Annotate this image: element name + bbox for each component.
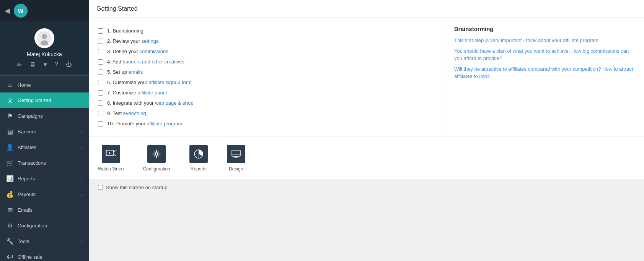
reports-icon: 📊 bbox=[6, 175, 14, 182]
sidebar-item-configuration[interactable]: ⚙ Configuration bbox=[0, 218, 89, 233]
checklist-checkbox-10[interactable] bbox=[98, 121, 103, 126]
svg-point-12 bbox=[155, 153, 158, 155]
promote-link[interactable]: affiliate program bbox=[147, 121, 182, 126]
sidebar-item-home[interactable]: ⌂ Home bbox=[0, 77, 89, 92]
main-content-area: Getting Started 1. Brainstorming 2. Revi… bbox=[89, 0, 644, 261]
checklist-text-8: 8. Integrate with your web page & shop bbox=[107, 100, 193, 106]
config-shortcut-icon bbox=[147, 145, 166, 163]
chevron-right-icon: › bbox=[81, 177, 83, 181]
reports-label: Reports bbox=[191, 166, 207, 172]
payouts-icon: 💰 bbox=[6, 191, 14, 198]
help-icon[interactable]: ? bbox=[55, 61, 58, 68]
sidebar-nav: ⌂ Home ◎ Getting Started ⚑ Campaigns › ▤… bbox=[0, 77, 89, 261]
tools-icon: 🔧 bbox=[6, 238, 14, 245]
sidebar-divider bbox=[0, 75, 89, 76]
checklist-item-10: 10. Promote your affiliate program bbox=[98, 118, 435, 129]
checklist-checkbox-5[interactable] bbox=[98, 70, 103, 75]
chevron-right-icon: › bbox=[81, 145, 83, 150]
design-shortcut-icon bbox=[227, 145, 245, 163]
video-icon bbox=[102, 145, 120, 163]
checklist-text-9: 9. Test everything bbox=[107, 110, 146, 116]
getting-started-icon: ◎ bbox=[6, 97, 14, 104]
sidebar-item-getting-started[interactable]: ◎ Getting Started bbox=[0, 92, 89, 108]
checklist-item-4: 4. Add banners and other creatives bbox=[98, 57, 435, 67]
checklist-checkbox-1[interactable] bbox=[98, 28, 103, 34]
sidebar-item-label: Reports bbox=[18, 176, 77, 182]
checklist-checkbox-3[interactable] bbox=[98, 49, 103, 54]
checklist-item-9: 9. Test everything bbox=[98, 108, 435, 118]
sidebar-item-affiliates[interactable]: 👤 Affiliates › bbox=[0, 139, 89, 155]
startup-label[interactable]: Show this screen on startup bbox=[106, 185, 167, 190]
banners-link[interactable]: banners and other creatives bbox=[122, 59, 184, 65]
checklist-panel: 1. Brainstorming 2. Review your settings… bbox=[89, 18, 644, 136]
sidebar-item-label: Affiliates bbox=[18, 144, 77, 150]
page-title: Getting Started bbox=[89, 0, 644, 18]
sidebar-top-bar: ◀ w bbox=[0, 0, 89, 21]
sidebar-item-label: Configuration bbox=[18, 223, 83, 229]
startup-row: Show this screen on startup bbox=[89, 179, 644, 196]
checklist-text-4: 4. Add banners and other creatives bbox=[107, 59, 184, 65]
checklist-item-3: 3. Define your commissions bbox=[98, 46, 435, 57]
shortcut-watch-video[interactable]: Watch Video bbox=[98, 145, 124, 172]
startup-checkbox[interactable] bbox=[98, 185, 103, 190]
chevron-right-icon: › bbox=[81, 130, 83, 134]
commissions-link[interactable]: commissions bbox=[140, 49, 168, 54]
home-icon: ⌂ bbox=[6, 81, 14, 88]
svg-line-10 bbox=[114, 154, 116, 156]
sidebar-item-tools[interactable]: 🔧 Tools › bbox=[0, 233, 89, 249]
edit-icon[interactable]: ✏ bbox=[17, 61, 22, 68]
sidebar-item-label: Getting Started bbox=[18, 97, 83, 103]
checklist-item-2: 2. Review your settings bbox=[98, 36, 435, 46]
sidebar-item-label: Tools bbox=[18, 238, 77, 244]
campaigns-icon: ⚑ bbox=[6, 112, 14, 120]
checklist-checkbox-2[interactable] bbox=[98, 39, 103, 44]
checklist-text-3: 3. Define your commissions bbox=[107, 49, 168, 54]
shortcut-configuration[interactable]: Configuration bbox=[143, 145, 170, 172]
sidebar-item-emails[interactable]: ✉ Emails › bbox=[0, 202, 89, 218]
sidebar-item-campaigns[interactable]: ⚑ Campaigns › bbox=[0, 108, 89, 124]
reports-shortcut-icon bbox=[189, 145, 208, 163]
sidebar-item-payouts[interactable]: 💰 Payouts › bbox=[0, 186, 89, 202]
emails-link[interactable]: emails bbox=[129, 69, 143, 75]
chevron-right-icon: › bbox=[81, 114, 83, 118]
checklist-checkbox-8[interactable] bbox=[98, 101, 103, 106]
settings-link[interactable]: settings bbox=[142, 38, 159, 44]
username-label: Matej Kukucka bbox=[27, 51, 62, 57]
sidebar-item-label: Payouts bbox=[18, 191, 77, 197]
power-icon[interactable]: ⏻ bbox=[66, 61, 72, 68]
svg-marker-8 bbox=[109, 152, 111, 154]
checklist-checkbox-6[interactable] bbox=[98, 80, 103, 85]
checklist-checkbox-4[interactable] bbox=[98, 59, 103, 65]
chevron-right-icon: › bbox=[81, 208, 83, 212]
sidebar-user-section: Matej Kukucka ✏ 🖥 ♥ ? ⏻ bbox=[0, 21, 89, 74]
signup-form-link[interactable]: affiliate signup form bbox=[148, 79, 192, 85]
chevron-right-icon: › bbox=[81, 161, 83, 165]
affiliates-icon: 👤 bbox=[6, 144, 14, 151]
checklist-text-10: 10. Promote your affiliate program bbox=[107, 121, 182, 126]
sidebar-item-banners[interactable]: ▤ Banners › bbox=[0, 124, 89, 139]
sidebar-item-reports[interactable]: 📊 Reports › bbox=[0, 171, 89, 186]
monitor-icon[interactable]: 🖥 bbox=[29, 61, 36, 68]
checklist-checkbox-7[interactable] bbox=[98, 90, 103, 96]
sidebar-back-button[interactable]: ◀ bbox=[5, 6, 10, 15]
web-shop-link[interactable]: web page & shop bbox=[155, 100, 193, 106]
info-panel: Brainstorming This first step is very im… bbox=[445, 18, 644, 136]
heart-icon[interactable]: ♥ bbox=[43, 61, 47, 68]
test-link[interactable]: everything bbox=[123, 110, 146, 116]
checklist-text-5: 5. Set up emails bbox=[107, 69, 143, 75]
emails-icon: ✉ bbox=[6, 206, 14, 214]
checklist-left: 1. Brainstorming 2. Review your settings… bbox=[89, 18, 445, 136]
configuration-label: Configuration bbox=[143, 166, 170, 172]
info-panel-line-1: This first step is very important - thin… bbox=[454, 37, 635, 44]
affiliate-panel-link[interactable]: affiliate panel bbox=[137, 90, 166, 96]
sidebar-item-label: Banners bbox=[18, 129, 77, 135]
sidebar-item-offline-sale[interactable]: 🏷 Offline sale bbox=[0, 249, 89, 261]
checklist-item-8: 8. Integrate with your web page & shop bbox=[98, 98, 435, 108]
shortcut-design[interactable]: Design bbox=[227, 145, 245, 172]
checklist-checkbox-9[interactable] bbox=[98, 111, 103, 116]
sidebar-item-transactions[interactable]: 🛒 Transactions › bbox=[0, 155, 89, 171]
checklist-text-1: 1. Brainstorming bbox=[107, 28, 143, 34]
shortcut-reports[interactable]: Reports bbox=[189, 145, 208, 172]
sidebar-item-label: Offline sale bbox=[18, 254, 83, 260]
chevron-right-icon: › bbox=[81, 239, 83, 244]
